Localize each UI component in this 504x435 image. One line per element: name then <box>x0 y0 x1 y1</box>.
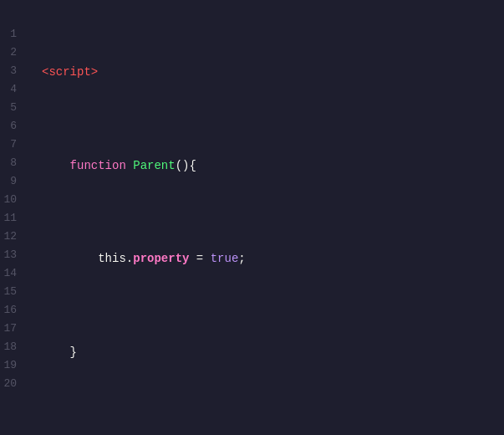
token-indent <box>42 249 98 268</box>
code-line: this. property = true ; <box>42 249 494 268</box>
line-num: 4 <box>0 80 23 99</box>
token-paren: (){ <box>176 156 196 175</box>
line-num <box>0 7 23 25</box>
line-num: 10 <box>0 191 23 209</box>
token-funcname: Parent <box>133 156 175 175</box>
line-num: 20 <box>0 375 23 393</box>
token-prop: property <box>133 249 189 268</box>
code-line: <script> <box>42 63 494 81</box>
line-num: 6 <box>0 117 23 136</box>
token-indent <box>42 343 70 361</box>
line-num <box>0 393 23 412</box>
line-num: 1 <box>0 25 23 44</box>
line-num: 5 <box>0 99 23 117</box>
line-num: 3 <box>0 62 23 80</box>
code-line: } <box>42 343 494 361</box>
line-num: 13 <box>0 246 23 264</box>
line-num: 19 <box>0 356 23 375</box>
code-content: <script> function Parent (){ this. prope… <box>32 0 504 435</box>
line-num: 11 <box>0 209 23 228</box>
line-numbers: 1 2 3 4 5 6 7 8 9 10 11 12 13 14 15 16 1… <box>0 0 32 435</box>
line-num: 15 <box>0 283 23 301</box>
token-semi: ; <box>238 249 245 268</box>
token-this: this. <box>98 249 133 268</box>
token-keyword: function <box>70 156 126 175</box>
code-editor: 1 2 3 4 5 6 7 8 9 10 11 12 13 14 15 16 1… <box>0 0 504 435</box>
line-num: 16 <box>0 301 23 320</box>
token-indent <box>42 156 70 175</box>
token-tag: <script> <box>42 63 98 81</box>
token-assign: = <box>189 249 210 268</box>
token-brace: } <box>70 343 77 361</box>
line-num: 17 <box>0 320 23 338</box>
line-num: 2 <box>0 44 23 62</box>
code-line: function Parent (){ <box>42 156 494 175</box>
line-num: 7 <box>0 136 23 154</box>
token-space <box>126 156 133 175</box>
line-num: 9 <box>0 172 23 191</box>
line-num: 18 <box>0 338 23 356</box>
line-num: 8 <box>0 154 23 172</box>
line-num: 12 <box>0 228 23 246</box>
code-container: 1 2 3 4 5 6 7 8 9 10 11 12 13 14 15 16 1… <box>0 0 504 435</box>
token-bool: true <box>211 249 239 268</box>
line-num: 14 <box>0 264 23 283</box>
